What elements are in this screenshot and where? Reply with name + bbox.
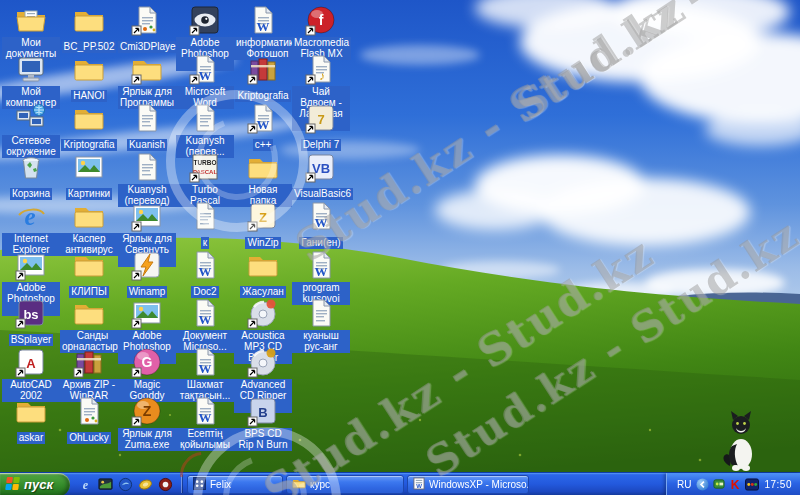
computer-icon [15,53,47,85]
messenger-icon[interactable] [118,477,133,492]
desktop-icon[interactable]: VBVisualBasic6 [292,151,350,201]
desktop-icon-label: КЛИПЫ [69,286,109,298]
taskbar-window-button[interactable]: курс [286,475,404,494]
app-icon: VB [305,151,337,183]
desktop-icon-label: BPS CD Rip N Burn [234,428,292,451]
desktop-icon[interactable]: ZWinZip [234,200,292,250]
desktop-icon-label: Корзина [10,188,52,200]
start-button-label: пуск [24,477,53,492]
eye-icon [189,4,221,36]
desktop-icon-label: к [201,237,209,249]
quick-launch-bar: e [70,477,179,492]
books-icon [73,346,105,378]
worddoc-icon: W [189,297,221,329]
svg-text:Z: Z [259,210,267,225]
windows-logo-icon [5,477,21,491]
felix-icon [193,477,206,492]
window-button-label: Felix [210,479,231,490]
folder-icon [15,395,47,427]
app-icon: Z [247,200,279,232]
tray-clock[interactable]: 17:50 [764,479,792,490]
desktop-icon-label: askar [17,432,45,444]
svg-text:W: W [199,312,212,327]
desktop-icon[interactable]: Wc++ [234,102,292,152]
utility-tray-icon[interactable] [713,478,725,490]
system-tray: RU K 17:50 [666,473,800,495]
desktop-icon[interactable]: OhLucky [60,395,118,445]
taskbar-window-button[interactable]: WWindowsXP - Microso... [407,475,529,494]
image-viewer-icon[interactable] [98,477,113,492]
app-icon: A [15,346,47,378]
doc-icon [189,102,221,134]
desktop-icon[interactable]: ZЯрлык для Zuma.exe [118,395,176,452]
desktop-icon[interactable]: Картинки [60,151,118,201]
worddoc-icon: W [189,53,221,85]
turbo-icon: TURBOPASCAL [189,151,221,183]
taskbar-window-button[interactable]: Felix [187,475,283,494]
folder-icon [73,297,105,329]
folderdocs-icon [15,4,47,36]
desktop-icon[interactable]: Kuanish [118,102,176,152]
desktop-icon[interactable]: куаныш рус-анг [292,297,350,354]
language-indicator[interactable]: RU [677,479,691,490]
desktop-icon[interactable]: WЕсептің қойылымы [176,395,234,452]
indicator-tray-icon[interactable] [745,478,759,491]
bolt-icon [131,249,163,281]
desktop-icon-label: Жасулан [240,286,286,298]
desktop-icon[interactable]: HANOI [60,53,118,103]
desktop-icon[interactable]: WDoc2 [176,249,234,299]
ball-icon: G [131,346,163,378]
photo-icon [131,297,163,329]
start-button[interactable]: пуск [0,473,70,495]
svg-text:Z: Z [143,403,152,419]
gold-disc-icon[interactable] [138,477,153,492]
desktop-icon[interactable]: КЛИПЫ [60,249,118,299]
desktop-icon[interactable]: askar [2,395,60,445]
svg-text:e: e [83,478,89,492]
desktop-icon[interactable]: BBPS CD Rip N Burn [234,395,292,452]
folder-icon [247,151,279,183]
folder-icon [73,102,105,134]
desktop: Мои документыBC_PP.502Cmi3DPlayerAdobe P… [0,0,800,495]
desktop-icon[interactable]: bsBSplayer [2,297,60,347]
worddoc-icon: W [189,249,221,281]
desktop-icon[interactable]: BC_PP.502 [60,4,118,54]
doc-icon [305,297,337,329]
doc-icon [131,151,163,183]
desktop-icon-label: Kriptografia [235,90,290,102]
folder-icon [292,477,306,491]
cd-icon [247,346,279,378]
desktop-icon-label: Kuanish [127,139,167,151]
svg-text:bs: bs [23,307,38,322]
svg-text:W: W [199,361,212,376]
desktop-icon[interactable]: Cmi3DPlayer [118,4,176,54]
hide-icons-chevron-icon[interactable] [696,478,709,491]
desktop-icon[interactable]: 7Delphi 7 [292,102,350,152]
desktop-icon[interactable]: Winamp [118,249,176,299]
media-player-icon[interactable] [158,477,173,492]
doc-icon [131,102,163,134]
svg-text:7: 7 [317,112,324,127]
worddoc-icon: W [305,249,337,281]
taskbar-window-buttons: FelixкурсWWindowsXP - Microso... [184,475,529,494]
svg-text:e: e [24,203,35,230]
desktop-icon[interactable]: Корзина [2,151,60,201]
desktop-icon-label: Winamp [127,286,168,298]
svg-text:W: W [315,264,328,279]
desktop-icon[interactable]: WГани(ен) [292,200,350,250]
kaspersky-icon[interactable]: K [729,478,741,491]
internet-explorer-icon[interactable]: e [78,477,93,492]
doc-icon [73,395,105,427]
app-icon: bs [15,297,47,329]
desktop-icon-label: Delphi 7 [301,139,342,151]
svg-text:W: W [199,68,212,83]
desktop-icon[interactable]: Kriptografia [60,102,118,152]
worddoc-icon: W [247,102,279,134]
desktop-icon-label: HANOI [71,90,107,102]
desktop-icon[interactable]: к [176,200,234,250]
svg-text:K: K [731,478,740,491]
desktop-icon[interactable]: Kriptografia [234,53,292,103]
desktop-icon[interactable]: Жасулан [234,249,292,299]
taskbar-divider [181,475,182,493]
recycle-icon [15,151,47,183]
